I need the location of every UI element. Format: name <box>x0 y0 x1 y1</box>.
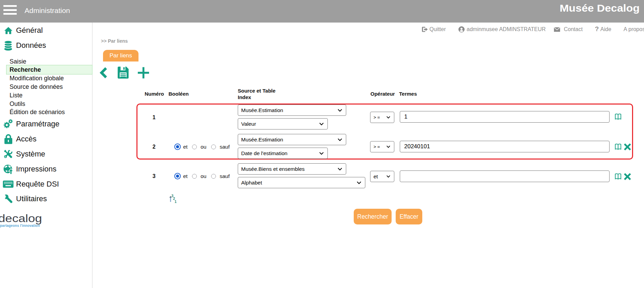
svg-text:1: 1 <box>175 200 177 204</box>
